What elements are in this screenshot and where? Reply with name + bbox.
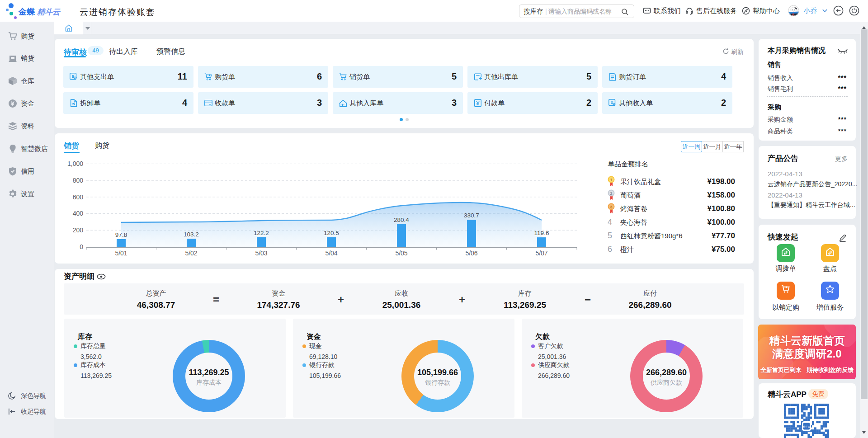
svg-text:5/03: 5/03 — [255, 250, 267, 257]
svg-text:5/01: 5/01 — [115, 250, 127, 257]
svg-text:800: 800 — [73, 177, 84, 184]
svg-text:200: 200 — [73, 226, 84, 234]
svg-text:280.4: 280.4 — [394, 217, 409, 223]
svg-text:400: 400 — [73, 210, 84, 217]
svg-text:330.7: 330.7 — [464, 212, 479, 219]
svg-text:120.5: 120.5 — [324, 230, 339, 236]
svg-text:97.8: 97.8 — [115, 231, 127, 238]
svg-text:5/07: 5/07 — [535, 250, 547, 257]
svg-text:103.2: 103.2 — [184, 231, 199, 238]
svg-text:5/04: 5/04 — [325, 250, 337, 257]
svg-text:精斗云: 精斗云 — [803, 425, 811, 429]
svg-text:5/06: 5/06 — [465, 250, 477, 257]
svg-text:3: 3 — [610, 205, 612, 209]
svg-text:119.6: 119.6 — [534, 230, 549, 236]
svg-text:2: 2 — [610, 191, 612, 196]
svg-text:5/02: 5/02 — [185, 250, 197, 257]
svg-text:122.2: 122.2 — [254, 230, 269, 236]
svg-text:0: 0 — [80, 243, 83, 250]
svg-text:600: 600 — [73, 193, 84, 201]
svg-text:5/05: 5/05 — [395, 250, 407, 257]
svg-text:1,000: 1,000 — [67, 160, 83, 167]
svg-text:1: 1 — [610, 178, 612, 182]
